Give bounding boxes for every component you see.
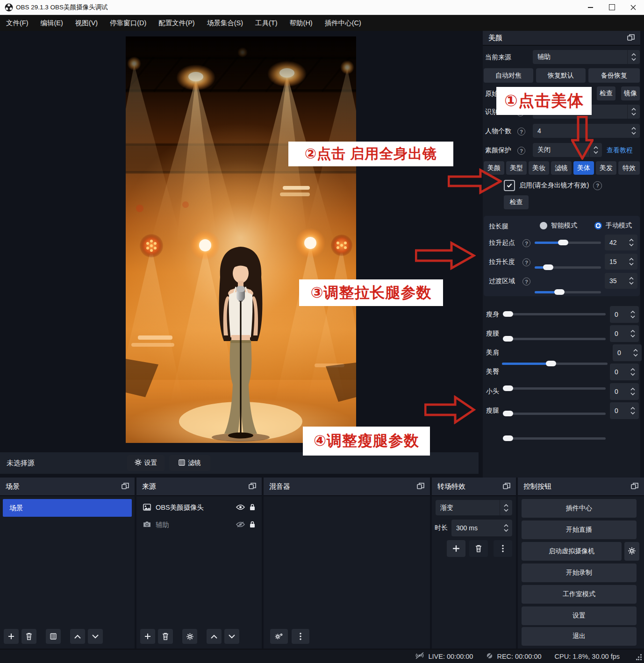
check-button[interactable]: 检查	[504, 195, 529, 209]
lift-length-slider[interactable]	[535, 264, 601, 270]
start-streaming-button[interactable]: 开始直播	[522, 520, 637, 539]
move-source-up-button[interactable]	[207, 629, 222, 644]
add-source-button[interactable]	[140, 629, 155, 644]
slider-handle[interactable]	[503, 411, 513, 416]
help-icon[interactable]	[593, 181, 602, 190]
tab-body[interactable]: 美体	[573, 161, 594, 175]
lift-start-slider[interactable]	[535, 240, 601, 245]
manual-mode-radio-group[interactable]: 手动模式	[594, 221, 632, 230]
source-settings-button[interactable]: 设置	[127, 455, 165, 471]
slim-body-slider[interactable]	[503, 311, 606, 317]
slider-track[interactable]	[503, 413, 606, 415]
spinner-arrows-icon[interactable]	[625, 235, 637, 250]
source-row-aux[interactable]: 辅助	[136, 516, 262, 534]
remove-source-button[interactable]	[158, 629, 173, 644]
slider-track[interactable]	[503, 338, 606, 340]
menu-view[interactable]: 视图(V)	[69, 15, 104, 31]
menu-edit[interactable]: 编辑(E)	[35, 15, 69, 31]
slider-track[interactable]	[503, 313, 606, 315]
studio-mode-button[interactable]: 工作室模式	[522, 585, 637, 604]
slider-handle[interactable]	[554, 289, 565, 295]
popout-icon[interactable]	[631, 483, 638, 491]
small-head-spinbox[interactable]: 0	[610, 383, 639, 400]
add-transition-button[interactable]	[447, 540, 465, 557]
lock-icon[interactable]	[250, 504, 255, 512]
smart-mode-radio-group[interactable]: 智能模式	[540, 221, 577, 230]
move-source-down-button[interactable]	[224, 629, 239, 644]
start-recording-button[interactable]: 开始录制	[522, 563, 637, 582]
slider-handle[interactable]	[503, 435, 513, 441]
duration-spinbox[interactable]: 300 ms	[451, 520, 512, 536]
lock-icon[interactable]	[250, 521, 255, 529]
virtual-camera-settings-button[interactable]	[624, 542, 639, 561]
lift-length-spinbox[interactable]: 15	[605, 254, 637, 270]
slim-body-spinbox[interactable]: 0	[610, 306, 639, 323]
help-icon[interactable]	[522, 239, 530, 247]
popout-icon[interactable]	[249, 483, 256, 491]
current-source-dropdown[interactable]: 辅助	[533, 50, 640, 64]
help-icon[interactable]	[522, 258, 530, 266]
chevron-up-down-icon[interactable]	[500, 500, 512, 515]
chevron-up-down-icon[interactable]	[627, 50, 640, 64]
menu-file[interactable]: 文件(F)	[0, 15, 35, 31]
menu-scene-collection[interactable]: 场景集合(S)	[201, 15, 249, 31]
help-icon[interactable]	[517, 128, 525, 135]
resize-grip[interactable]	[636, 654, 642, 662]
manual-mode-radio[interactable]	[594, 222, 602, 229]
shoulder-spinbox[interactable]: 0	[613, 344, 642, 361]
spinner-arrows-icon[interactable]	[627, 306, 639, 323]
autofocus-button[interactable]: 自动对焦	[484, 68, 533, 83]
start-virtual-camera-button[interactable]: 启动虚拟摄像机	[522, 542, 622, 561]
transition-area-spinbox[interactable]: 35	[605, 273, 637, 289]
exit-button[interactable]: 退出	[522, 627, 637, 646]
visibility-eye-icon[interactable]	[236, 504, 245, 512]
spinner-arrows-icon[interactable]	[625, 273, 637, 289]
preview-canvas[interactable]	[0, 31, 479, 449]
popout-icon[interactable]	[503, 483, 510, 491]
slider-handle[interactable]	[543, 264, 553, 270]
spinner-arrows-icon[interactable]	[627, 325, 639, 342]
move-scene-up-button[interactable]	[70, 629, 85, 644]
help-icon[interactable]	[517, 147, 525, 155]
slider-track[interactable]	[503, 437, 606, 440]
menu-plugin-center[interactable]: 插件中心(C)	[319, 15, 367, 31]
hip-spinbox[interactable]: 0	[610, 364, 639, 380]
menu-docks[interactable]: 停靠窗口(D)	[104, 15, 152, 31]
enable-checkbox[interactable]	[504, 180, 515, 191]
view-tutorial-link[interactable]: 查看教程	[607, 146, 633, 155]
plugin-center-button[interactable]: 插件中心	[522, 499, 637, 518]
transition-dropdown[interactable]: 渐变	[436, 500, 512, 515]
help-icon[interactable]	[522, 278, 530, 285]
check-button-top[interactable]: 检查	[597, 86, 615, 100]
spinner-arrows-icon[interactable]	[625, 254, 637, 270]
shoulder-slider[interactable]	[502, 361, 608, 366]
popout-icon[interactable]	[122, 483, 129, 491]
scene-filters-button[interactable]	[46, 629, 61, 644]
close-button[interactable]	[623, 0, 644, 14]
slim-waist-slider[interactable]	[503, 336, 606, 342]
spinner-arrows-icon[interactable]	[500, 520, 512, 536]
transition-area-slider[interactable]	[535, 289, 601, 295]
tab-hair[interactable]: 美发	[596, 161, 616, 175]
slim-waist-spinbox[interactable]: 0	[610, 325, 639, 342]
spinner-arrows-icon[interactable]	[627, 364, 639, 380]
slim-leg-slider[interactable]	[503, 435, 606, 441]
slider-handle[interactable]	[503, 311, 513, 317]
slider-track[interactable]	[503, 387, 606, 390]
tab-effects[interactable]: 特效	[618, 161, 640, 175]
mirror-button[interactable]: 镜像	[621, 86, 640, 100]
menu-help[interactable]: 帮助(H)	[284, 15, 319, 31]
smart-mode-radio[interactable]	[540, 222, 547, 229]
slider-handle[interactable]	[503, 336, 513, 342]
popout-icon[interactable]	[627, 34, 635, 42]
slim-leg-spinbox[interactable]: 0	[610, 402, 639, 419]
tab-filter[interactable]: 滤镜	[551, 161, 572, 175]
small-head-slider[interactable]	[503, 411, 606, 416]
backup-restore-button[interactable]: 备份恢复	[588, 68, 640, 83]
popout-icon[interactable]	[417, 483, 424, 491]
spinner-arrows-icon[interactable]	[627, 402, 639, 419]
menu-profile[interactable]: 配置文件(P)	[152, 15, 200, 31]
lift-start-spinbox[interactable]: 42	[605, 235, 637, 250]
mixer-menu-kebab-icon[interactable]	[292, 629, 309, 644]
menu-tools[interactable]: 工具(T)	[249, 15, 284, 31]
